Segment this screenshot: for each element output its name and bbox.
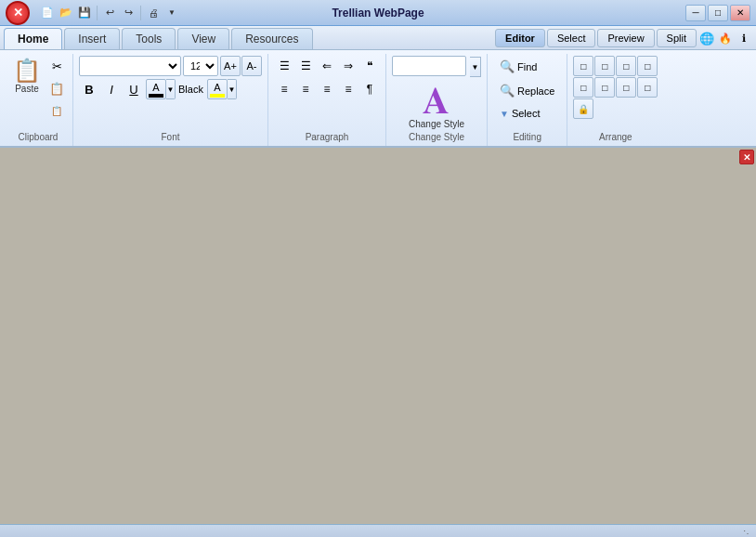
- clipboard-small-buttons: ✂ 📋 📋: [46, 56, 67, 121]
- paste-label: Paste: [15, 84, 39, 94]
- align-left-button[interactable]: ≡: [274, 79, 294, 99]
- indent-increase-button[interactable]: ⇒: [338, 56, 358, 76]
- align-right-button[interactable]: ≡: [317, 79, 337, 99]
- para-row1: ☰ ☰ ⇐ ⇒ ❝: [274, 56, 380, 76]
- arrange-btn-1[interactable]: □: [573, 56, 593, 76]
- font-color-dropdown[interactable]: ▼: [166, 79, 176, 99]
- globe-icon[interactable]: 🌐: [698, 30, 715, 46]
- ribbon: 📋 Paste ✂ 📋 📋 Clipboard 12 A+: [0, 50, 756, 148]
- align-center-button[interactable]: ≡: [295, 79, 316, 99]
- editing-group: 🔍 Find 🔍 Replace ▼ Select Editing: [488, 54, 567, 146]
- qa-separator: [97, 6, 98, 20]
- minimize-button[interactable]: ─: [685, 5, 706, 21]
- paragraph-group: ☰ ☰ ⇐ ⇒ ❝ ≡ ≡ ≡ ≡ ¶ Paragraph: [268, 54, 386, 146]
- ordered-list-button[interactable]: ☰: [295, 56, 316, 76]
- arrange-label: Arrange: [567, 132, 663, 142]
- undo-button[interactable]: ↩: [101, 5, 118, 21]
- source-mode-button[interactable]: Select: [547, 29, 596, 47]
- change-style-icon: 𝐀: [423, 82, 450, 119]
- paste-button[interactable]: 📋 Paste: [9, 56, 45, 96]
- change-style-label: Change Style: [409, 119, 464, 129]
- arrange-btn-lock[interactable]: 🔒: [573, 98, 593, 119]
- select-button[interactable]: ▼ Select: [493, 104, 549, 123]
- replace-row: 🔍 Replace: [493, 80, 561, 101]
- arrange-btn-3[interactable]: □: [616, 56, 636, 76]
- title-bar: ✕ 📄 📂 💾 ↩ ↪ 🖨 ▼ Trellian WebPage ─ □ ✕: [0, 0, 756, 26]
- tab-view[interactable]: View: [177, 28, 229, 49]
- italic-button[interactable]: I: [101, 79, 122, 99]
- font-color-swatch: [149, 94, 163, 98]
- editor-mode-button[interactable]: Editor: [495, 29, 545, 47]
- new-button[interactable]: 📄: [39, 5, 56, 21]
- font-label: Font: [73, 132, 267, 142]
- change-style-button[interactable]: 𝐀 Change Style: [409, 82, 464, 129]
- content-close-button[interactable]: ✕: [739, 150, 754, 164]
- window-controls: ─ □ ✕: [685, 5, 750, 21]
- justify-button[interactable]: ≡: [338, 79, 358, 99]
- highlight-color-group: A ▼: [207, 79, 237, 99]
- close-button[interactable]: ✕: [730, 5, 750, 21]
- settings-icon[interactable]: 🔥: [717, 30, 734, 46]
- tab-tools[interactable]: Tools: [122, 28, 176, 49]
- app-close-icon: ✕: [13, 7, 23, 19]
- arrange-btn-6[interactable]: □: [594, 77, 615, 98]
- arrange-btn-8[interactable]: □: [637, 77, 658, 98]
- unordered-list-button[interactable]: ☰: [274, 56, 294, 76]
- redo-button[interactable]: ↪: [120, 5, 137, 21]
- style-preview: [392, 56, 466, 76]
- paste-icon: 📋: [13, 58, 41, 84]
- save-button[interactable]: 💾: [76, 5, 93, 21]
- highlight-color-button[interactable]: A: [207, 79, 228, 99]
- arrange-btn-7[interactable]: □: [616, 77, 636, 98]
- replace-button[interactable]: 🔍 Replace: [493, 80, 561, 101]
- select-row: ▼ Select: [493, 104, 561, 123]
- qa-dropdown[interactable]: ▼: [163, 5, 180, 21]
- arrange-grid: □ □ □ □ □ □ □ □ 🔒: [573, 56, 658, 134]
- info-icon[interactable]: ℹ: [736, 30, 752, 46]
- para-row2: ≡ ≡ ≡ ≡ ¶: [274, 79, 380, 99]
- view-mode-group: Editor Select Preview Split 🌐 🔥 ℹ: [495, 29, 752, 49]
- replace-label: Replace: [517, 85, 554, 97]
- status-bar: ⋱: [0, 524, 756, 537]
- show-marks-button[interactable]: ¶: [359, 79, 380, 99]
- change-style-group: ▼ 𝐀 Change Style Change Style: [386, 54, 488, 146]
- select-label: Select: [512, 108, 541, 119]
- open-button[interactable]: 📂: [58, 5, 74, 21]
- highlight-dropdown[interactable]: ▼: [228, 79, 237, 99]
- underline-button[interactable]: U: [124, 79, 144, 99]
- find-row: 🔍 Find: [493, 56, 561, 77]
- resize-handle[interactable]: ⋱: [743, 529, 752, 538]
- main-content: ✕: [0, 148, 756, 524]
- select-icon: ▼: [500, 109, 509, 119]
- tab-bar: Home Insert Tools View Resources Editor …: [0, 26, 756, 50]
- indent-decrease-button[interactable]: ⇐: [317, 56, 337, 76]
- highlight-swatch: [210, 94, 225, 98]
- bold-button[interactable]: B: [79, 79, 99, 99]
- blockquote-button[interactable]: ❝: [359, 56, 380, 76]
- maximize-button[interactable]: □: [708, 5, 728, 21]
- tab-home[interactable]: Home: [4, 28, 62, 49]
- style-combo-row: ▼: [392, 56, 481, 78]
- font-grow-button[interactable]: A+: [220, 56, 241, 76]
- tab-insert[interactable]: Insert: [64, 28, 120, 49]
- find-button[interactable]: 🔍 Find: [493, 56, 549, 77]
- app-close-button[interactable]: ✕: [6, 1, 30, 25]
- font-family-select[interactable]: [79, 56, 181, 76]
- format-paste-button[interactable]: 📋: [46, 100, 67, 121]
- style-dropdown[interactable]: ▼: [470, 57, 481, 77]
- arrange-btn-4[interactable]: □: [637, 56, 658, 76]
- font-controls: 12 A+ A- B I U A ▼ Black: [79, 56, 262, 114]
- print-button[interactable]: 🖨: [145, 5, 162, 21]
- copy-button[interactable]: 📋: [46, 78, 67, 98]
- tab-resources[interactable]: Resources: [231, 28, 312, 49]
- font-color-button[interactable]: A: [146, 79, 166, 99]
- cut-button[interactable]: ✂: [46, 56, 67, 76]
- preview-mode-button[interactable]: Preview: [597, 29, 654, 47]
- arrange-btn-5[interactable]: □: [573, 77, 593, 98]
- arrange-btn-2[interactable]: □: [594, 56, 615, 76]
- editing-controls: 🔍 Find 🔍 Replace ▼ Select: [493, 56, 561, 138]
- font-size-select[interactable]: 12: [183, 56, 218, 76]
- font-shrink-button[interactable]: A-: [241, 56, 262, 76]
- change-style-group-label: Change Style: [386, 132, 487, 142]
- split-mode-button[interactable]: Split: [657, 29, 697, 47]
